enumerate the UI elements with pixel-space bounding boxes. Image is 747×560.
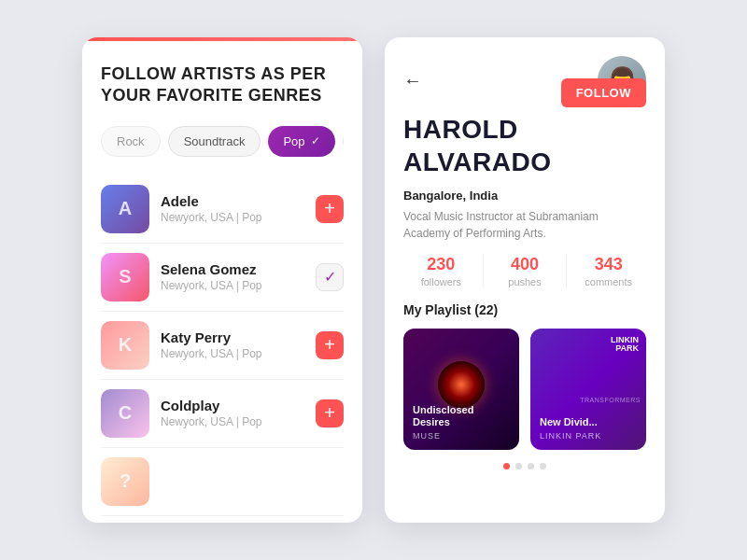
card-artist-name: MUSE [413, 431, 510, 441]
follow-title: FOLLOW ARTISTS AS PER YOUR FAVORITE GENR… [101, 63, 344, 107]
playlist-card[interactable]: LINKINPARKTRANSFORMERSNew Divid...LINKIN… [530, 329, 646, 450]
card-artist-name: LINKIN PARK [540, 431, 637, 441]
artist-meta: Newyork, USA | Pop [161, 211, 304, 224]
linkin-park-logo: LINKINPARK [611, 336, 639, 355]
left-panel: FOLLOW ARTISTS AS PER YOUR FAVORITE GENR… [82, 37, 362, 523]
genre-tabs: RockSoundtrackPop✓Folk [101, 126, 344, 157]
list-item: KKaty PerryNewyork, USA | Pop+ [101, 312, 344, 380]
genre-tab-soundtrack[interactable]: Soundtrack [168, 126, 261, 157]
pagination-dot[interactable] [515, 463, 522, 469]
genre-tab-rock[interactable]: Rock [101, 126, 161, 157]
back-button[interactable]: ← [403, 70, 422, 91]
add-artist-button[interactable]: + [316, 399, 344, 427]
playlist-cards: Undisclosed DesiresMUSELINKINPARKTRANSFO… [403, 329, 646, 450]
stat-item-followers: 230followers [403, 255, 479, 287]
genre-tab-folk[interactable]: Folk [343, 126, 344, 157]
vinyl-circle [438, 361, 485, 408]
artist-name: Selena Gomez [161, 261, 304, 277]
artist-info: Selena GomezNewyork, USA | Pop [161, 261, 304, 292]
pagination-dot[interactable] [503, 463, 510, 469]
vinyl-art [438, 361, 485, 408]
playlist-card[interactable]: Undisclosed DesiresMUSE [403, 329, 519, 450]
genre-tab-pop[interactable]: Pop✓ [268, 126, 334, 157]
follow-button[interactable]: FOLLOW [561, 78, 646, 107]
location: Bangalore, India [403, 189, 646, 203]
right-panel: ← 👨 HAROLD ALVARADO FOLLOW Bangalore, In… [385, 37, 665, 523]
remove-artist-button[interactable]: ✓ [316, 263, 344, 291]
stat-number: 343 [571, 255, 646, 274]
artist-meta: Newyork, USA | Pop [161, 347, 304, 360]
list-item: ? [101, 448, 344, 516]
playlist-title: My Playlist (22) [403, 302, 646, 317]
list-item: SSelena GomezNewyork, USA | Pop✓ [101, 244, 344, 312]
stat-number: 230 [403, 255, 479, 274]
stat-number: 400 [487, 255, 563, 274]
bio: Vocal Music Instructor at Subramaniam Ac… [403, 208, 646, 242]
pagination-dot[interactable] [540, 463, 546, 469]
transformers-label: TRANSFORMERS [580, 397, 641, 403]
stat-label: comments [571, 276, 646, 287]
stats-row: 230followers400pushes343comments [403, 255, 646, 287]
artist-info: AdeleNewyork, USA | Pop [161, 193, 304, 224]
artist-info: ColdplayNewyork, USA | Pop [161, 398, 304, 428]
artist-meta: Newyork, USA | Pop [161, 415, 304, 428]
artist-name-line2: ALVARADO [403, 148, 552, 177]
song-name: Undisclosed Desires [413, 404, 510, 428]
stat-label: followers [403, 276, 479, 287]
artist-name-section: HAROLD ALVARADO FOLLOW [403, 116, 646, 181]
stat-item-comments: 343comments [571, 255, 646, 287]
artist-info: Katy PerryNewyork, USA | Pop [161, 329, 304, 360]
song-name: New Divid... [540, 416, 637, 428]
artist-avatar: S [101, 253, 149, 301]
artist-name: Coldplay [161, 398, 304, 413]
artist-list: AAdeleNewyork, USA | Pop+SSelena GomezNe… [101, 175, 344, 516]
list-item: AAdeleNewyork, USA | Pop+ [101, 175, 344, 244]
artist-avatar: K [101, 321, 149, 370]
artist-avatar: ? [101, 457, 149, 506]
pagination-dots [403, 463, 646, 469]
list-item: CColdplayNewyork, USA | Pop+ [101, 380, 344, 448]
artist-name-line1: HAROLD [403, 116, 552, 145]
add-artist-button[interactable]: + [316, 331, 344, 359]
add-artist-button[interactable]: + [316, 195, 344, 223]
stat-item-pushes: 400pushes [487, 255, 563, 287]
stat-label: pushes [487, 276, 563, 287]
artist-name: Adele [161, 193, 304, 209]
pagination-dot[interactable] [528, 463, 534, 469]
artist-avatar: C [101, 389, 149, 438]
artist-avatar: A [101, 185, 149, 233]
artist-name: Katy Perry [161, 329, 304, 345]
artist-meta: Newyork, USA | Pop [161, 279, 304, 292]
